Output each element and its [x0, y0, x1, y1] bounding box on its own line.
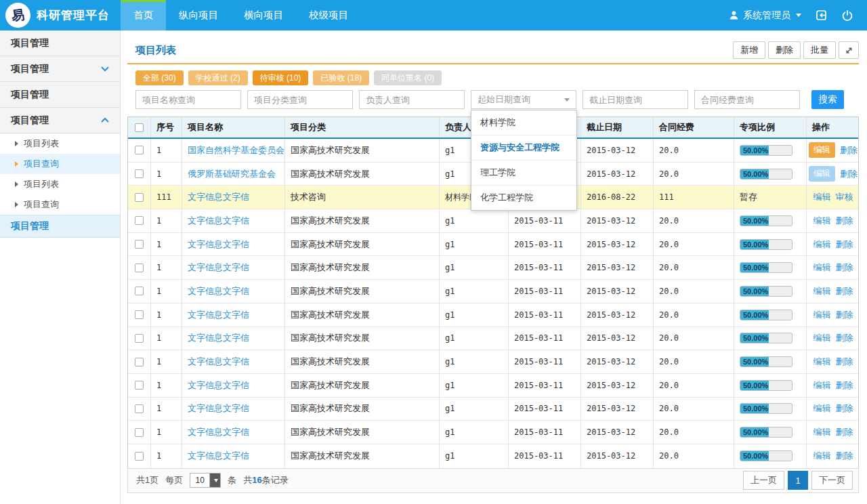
- project-name-link[interactable]: 俄罗斯基础研究基金会: [188, 168, 276, 180]
- sidebar-subitem[interactable]: 项目查询: [0, 154, 120, 174]
- action-link[interactable]: 删除: [840, 168, 858, 180]
- sidebar-section[interactable]: 项目管理: [0, 30, 120, 56]
- sidebar-subitem[interactable]: 项目查询: [0, 194, 120, 215]
- action-link[interactable]: 编辑: [813, 332, 831, 344]
- project-name-link[interactable]: 文字信息文字信: [188, 285, 249, 297]
- action-link[interactable]: 编辑: [813, 191, 831, 203]
- dropdown-option[interactable]: 化学工程学院: [471, 186, 576, 210]
- leader-value: g1: [445, 146, 454, 155]
- nav-item[interactable]: 横向项目: [231, 0, 296, 30]
- action-link[interactable]: 删除: [836, 426, 853, 438]
- progress-bar: 50.00%: [740, 403, 792, 414]
- action-link[interactable]: 删除: [836, 309, 853, 321]
- row-checkbox[interactable]: [135, 169, 144, 178]
- search-button[interactable]: 搜索: [811, 90, 844, 109]
- row-checkbox[interactable]: [135, 358, 144, 366]
- action-link[interactable]: 编辑: [813, 402, 831, 415]
- action-link[interactable]: 删除: [836, 356, 853, 368]
- action-link[interactable]: 编辑: [813, 309, 831, 321]
- project-name-link[interactable]: 文字信息文字信: [188, 402, 249, 415]
- action-link[interactable]: 编辑: [813, 285, 831, 297]
- action-link[interactable]: 删除: [836, 450, 853, 462]
- user-menu[interactable]: 系统管理员: [729, 9, 801, 22]
- action-link[interactable]: 删除: [836, 379, 853, 392]
- sidebar-subitem[interactable]: 项目列表: [0, 174, 120, 194]
- project-name-link[interactable]: 文字信息文字信: [188, 309, 249, 321]
- action-link[interactable]: 删除: [836, 332, 853, 344]
- row-checkbox[interactable]: [135, 240, 144, 249]
- date-select[interactable]: 起始日期查询材料学院资源与安全工程学院理工学院化学工程学院: [471, 90, 576, 109]
- logout-button[interactable]: [841, 9, 853, 22]
- filter-button[interactable]: 同单位重名 (0): [374, 70, 442, 85]
- row-checkbox[interactable]: [135, 452, 144, 461]
- action-link[interactable]: 编辑: [813, 379, 831, 392]
- action-button[interactable]: 编辑: [809, 166, 835, 182]
- action-link[interactable]: 删除: [836, 285, 853, 297]
- dropdown-option[interactable]: 资源与安全工程学院: [471, 135, 576, 161]
- switch-account-button[interactable]: [815, 9, 828, 22]
- project-name-link[interactable]: 国家自然科学基金委员会: [188, 144, 284, 156]
- search-input[interactable]: [247, 90, 353, 109]
- action-link[interactable]: 编辑: [813, 261, 831, 274]
- search-input[interactable]: [135, 90, 241, 109]
- project-name-link[interactable]: 文字信息文字信: [188, 191, 249, 203]
- project-name-link[interactable]: 文字信息文字信: [188, 261, 249, 274]
- project-name-link[interactable]: 文字信息文字信: [188, 379, 249, 392]
- action-link[interactable]: 编辑: [813, 450, 831, 462]
- next-page-button[interactable]: 下一页: [811, 471, 853, 490]
- row-checkbox[interactable]: [135, 381, 144, 390]
- search-input[interactable]: [359, 90, 465, 109]
- action-link[interactable]: 编辑: [813, 426, 831, 438]
- project-name-link[interactable]: 文字信息文字信: [188, 356, 249, 368]
- project-name-link[interactable]: 文字信息文字信: [188, 332, 249, 344]
- action-link[interactable]: 编辑: [813, 356, 831, 368]
- filter-button[interactable]: 学校通过 (2): [188, 70, 248, 85]
- row-checkbox[interactable]: [135, 216, 144, 225]
- row-checkbox[interactable]: [135, 287, 144, 295]
- project-name-link[interactable]: 文字信息文字信: [188, 426, 249, 438]
- row-checkbox[interactable]: [135, 264, 144, 272]
- sidebar-section[interactable]: 项目管理: [0, 82, 120, 108]
- filter-button[interactable]: 已验收 (18): [313, 70, 369, 85]
- nav-item[interactable]: 首页: [121, 0, 166, 30]
- filter-button[interactable]: 全部 (30): [135, 70, 184, 85]
- select-all-checkbox[interactable]: [135, 123, 144, 132]
- action-link[interactable]: 删除: [836, 215, 853, 227]
- current-page-button[interactable]: 1: [788, 471, 808, 490]
- search-input[interactable]: [583, 90, 688, 109]
- sidebar-subitem[interactable]: 项目列表: [0, 133, 120, 154]
- action-button[interactable]: 编辑: [809, 142, 835, 158]
- row-checkbox[interactable]: [135, 404, 144, 413]
- dropdown-option[interactable]: 理工学院: [471, 161, 576, 186]
- expand-button[interactable]: [839, 41, 859, 59]
- row-checkbox[interactable]: [135, 428, 144, 437]
- prev-page-button[interactable]: 上一页: [743, 471, 784, 490]
- row-checkbox[interactable]: [135, 334, 144, 343]
- project-name-link[interactable]: 文字信息文字信: [188, 215, 249, 227]
- action-link[interactable]: 审核: [836, 191, 853, 203]
- action-link[interactable]: 删除: [836, 238, 853, 251]
- action-link[interactable]: 删除: [836, 402, 853, 415]
- project-name-link[interactable]: 文字信息文字信: [188, 450, 249, 462]
- search-input[interactable]: [694, 90, 800, 109]
- nav-item[interactable]: 纵向项目: [166, 0, 231, 30]
- sidebar-link[interactable]: 项目管理: [0, 215, 120, 238]
- per-page-dropdown-button[interactable]: [209, 474, 220, 487]
- row-checkbox[interactable]: [135, 193, 144, 202]
- per-page-select[interactable]: 10: [190, 473, 221, 488]
- action-link[interactable]: 编辑: [813, 215, 831, 227]
- row-checkbox[interactable]: [135, 310, 144, 319]
- toolbar-button[interactable]: 删除: [768, 41, 801, 59]
- sidebar-section[interactable]: 项目管理: [0, 56, 120, 82]
- toolbar-button[interactable]: 新增: [733, 41, 765, 59]
- action-link[interactable]: 删除: [840, 144, 858, 156]
- filter-button[interactable]: 待审核 (10): [253, 70, 309, 85]
- row-checkbox[interactable]: [135, 146, 144, 154]
- nav-item[interactable]: 校级项目: [296, 0, 361, 30]
- action-link[interactable]: 编辑: [813, 238, 831, 251]
- project-name-link[interactable]: 文字信息文字信: [188, 238, 249, 251]
- toolbar-button[interactable]: 批量: [803, 41, 836, 59]
- sidebar-section[interactable]: 项目管理: [0, 108, 120, 133]
- action-link[interactable]: 删除: [836, 261, 853, 274]
- dropdown-option[interactable]: 材料学院: [471, 110, 576, 135]
